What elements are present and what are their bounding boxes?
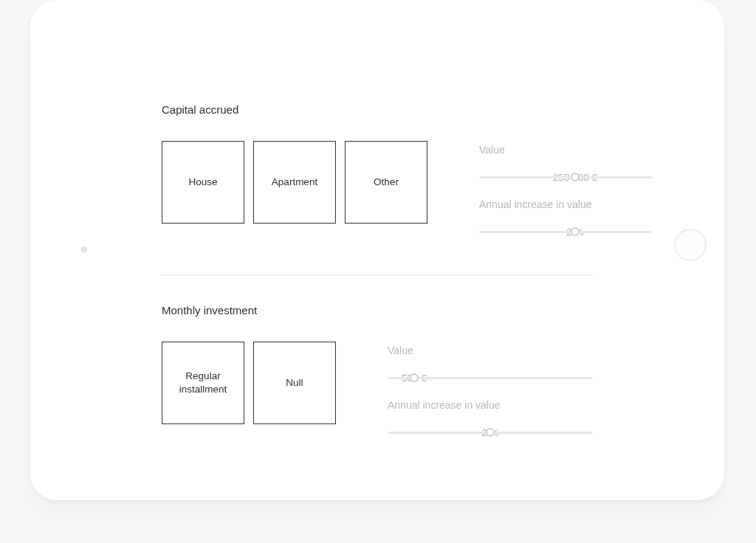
monthly-row: Regular installment Null Value 500 €	[162, 342, 593, 454]
section-title-monthly: Monthly investment	[162, 304, 593, 317]
slider-track[interactable]	[479, 172, 652, 182]
slider-thumb[interactable]	[486, 428, 495, 437]
capital-options: House Apartment Other	[162, 141, 427, 224]
tablet-frame: Capital accrued House Apartment Other Va…	[30, 0, 724, 500]
monthly-increase-label: Annual increase in value	[388, 399, 593, 411]
home-button[interactable]	[674, 229, 707, 261]
capital-increase-slider[interactable]: 2 %	[479, 213, 652, 237]
slider-track[interactable]	[479, 226, 652, 237]
slider-track[interactable]	[388, 373, 593, 383]
option-house[interactable]: House	[162, 141, 244, 224]
slider-track[interactable]	[388, 427, 593, 437]
monthly-increase-slider[interactable]: 2 %	[388, 414, 593, 437]
monthly-value-slider[interactable]: 500 €	[388, 359, 593, 383]
capital-value-label: Value	[479, 144, 652, 156]
section-divider	[162, 275, 593, 276]
section-title-capital: Capital accrued	[162, 103, 593, 116]
slider-thumb[interactable]	[571, 227, 580, 236]
capital-sliders: Value 250 000 € Annual increase in value	[479, 141, 652, 253]
capital-row: House Apartment Other Value 250 000 €	[162, 141, 593, 253]
slider-thumb[interactable]	[410, 373, 419, 382]
capital-value-slider[interactable]: 250 000 €	[479, 159, 652, 182]
monthly-sliders: Value 500 € Annual increase in value	[388, 342, 593, 454]
track-line	[479, 231, 652, 233]
capital-value-slider-block: Value 250 000 €	[479, 144, 652, 182]
track-line	[479, 176, 652, 179]
slider-thumb[interactable]	[571, 173, 580, 181]
option-null[interactable]: Null	[253, 342, 336, 424]
monthly-options: Regular installment Null	[162, 342, 336, 424]
option-apartment[interactable]: Apartment	[253, 141, 336, 224]
capital-increase-slider-block: Annual increase in value 2 %	[479, 198, 652, 237]
app-screen: Capital accrued House Apartment Other Va…	[103, 22, 652, 478]
monthly-value-label: Value	[388, 345, 593, 356]
camera-icon	[81, 246, 87, 252]
option-regular-installment[interactable]: Regular installment	[162, 342, 244, 424]
monthly-increase-slider-block: Annual increase in value 2 %	[388, 399, 593, 437]
capital-increase-label: Annual increase in value	[479, 198, 652, 210]
option-other[interactable]: Other	[345, 141, 427, 224]
monthly-value-slider-block: Value 500 €	[388, 345, 593, 383]
